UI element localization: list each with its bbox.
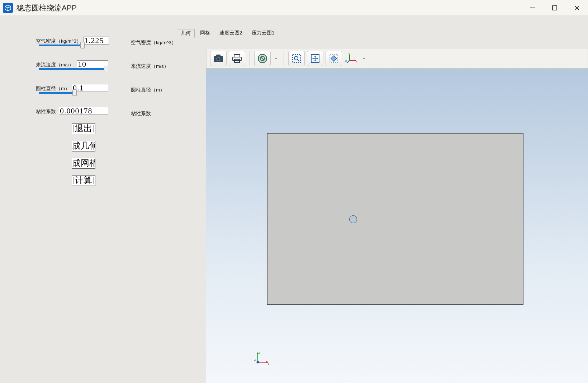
title-bar: 稳态圆柱绕流APP [0,0,588,16]
generate-geometry-button[interactable]: 成几何 [72,141,95,151]
diameter-label-2: 圆柱直径（m） [131,87,165,93]
orientation-triad: y x z [253,350,270,366]
diameter-input[interactable] [72,84,108,92]
velocity-input[interactable] [77,60,108,68]
param-row-velocity: 来流速度（m/s） [36,62,74,68]
param-row-diameter: 圆柱直径（m） [36,85,70,92]
svg-rect-6 [216,55,220,57]
parameter-panel: 空气密度（kg/m^3） 来流速度（m/s） 圆柱直径（m） 粘 [0,16,174,383]
density-slider-thumb[interactable] [80,42,85,48]
svg-line-17 [298,60,299,61]
tab-velocity-contour[interactable]: 速度云图2 [215,29,246,38]
app-title: 稳态圆柱绕流APP [16,3,521,13]
axes-orientation-button[interactable]: y x z [344,51,359,66]
viscosity-label-2: 粘性系数 [131,111,151,117]
action-buttons: 退出 成几何 成网格 计算 [72,123,95,186]
main-content: 空气密度（kg/m^3） 来流速度（m/s） 圆柱直径（m） 粘 [0,16,588,383]
zoom-box-button[interactable] [288,51,305,66]
svg-rect-9 [234,55,240,57]
generate-mesh-button[interactable]: 成网格 [72,158,95,169]
viz-toolbar: y x z [206,49,588,68]
velocity-slider-thumb[interactable] [104,66,108,72]
diameter-slider-thumb[interactable] [72,89,77,96]
compute-button[interactable]: 计算 [72,175,95,186]
screenshot-button[interactable] [210,51,227,66]
maximize-button[interactable] [544,0,566,16]
tab-pressure-contour[interactable]: 压力云图1 [248,29,279,38]
graphics-canvas[interactable]: y x z [206,68,588,383]
param-row-density: 空气密度（kg/m^3） [36,38,81,45]
diameter-slider[interactable] [39,92,75,94]
svg-text:x: x [356,60,357,63]
viscosity-input[interactable] [59,107,108,115]
window-controls [521,0,588,15]
axes-dropdown[interactable] [361,51,367,66]
density-slider[interactable] [39,45,85,46]
flow-domain-rect [267,133,523,305]
disable-button[interactable] [254,51,271,66]
svg-point-34 [257,361,259,364]
cylinder-geometry [349,215,357,223]
diameter-label: 圆柱直径（m） [36,85,70,92]
velocity-label-2: 来流速度（m/s） [131,63,169,70]
param-row-viscosity: 粘性系数 [36,108,56,115]
toolbar-separator [284,51,284,66]
tab-mesh[interactable]: 网格 [196,29,214,38]
tabs-row: 几何 网格 速度云图2 压力云图1 [177,29,279,38]
zoom-extents-button[interactable] [307,51,323,66]
svg-marker-20 [331,56,337,61]
svg-text:y: y [259,351,260,354]
toolbar-separator [250,51,250,66]
density-label-2: 空气密度（kg/m^3） [131,39,176,46]
svg-text:x: x [268,362,270,366]
svg-rect-2 [553,6,557,10]
velocity-label: 来流速度（m/s） [36,62,74,68]
zoom-selected-button[interactable] [326,51,342,66]
density-label: 空气密度（kg/m^3） [36,38,81,45]
close-button[interactable] [566,0,588,16]
tab-geometry[interactable]: 几何 [177,29,195,38]
velocity-slider[interactable] [39,68,106,70]
svg-point-16 [294,56,298,60]
svg-point-8 [217,58,220,61]
visualization-panel: 几何 网格 速度云图2 压力云图1 [174,16,588,383]
exit-button[interactable]: 退出 [72,123,95,134]
svg-text:y: y [348,52,350,55]
svg-text:z: z [254,358,256,361]
density-input[interactable] [83,37,109,45]
disable-dropdown[interactable] [273,51,279,66]
print-button[interactable] [229,51,245,66]
viscosity-label: 粘性系数 [36,108,56,115]
svg-line-26 [347,60,350,63]
svg-text:z: z [345,59,347,62]
minimize-button[interactable] [521,0,544,16]
app-icon [2,2,14,14]
